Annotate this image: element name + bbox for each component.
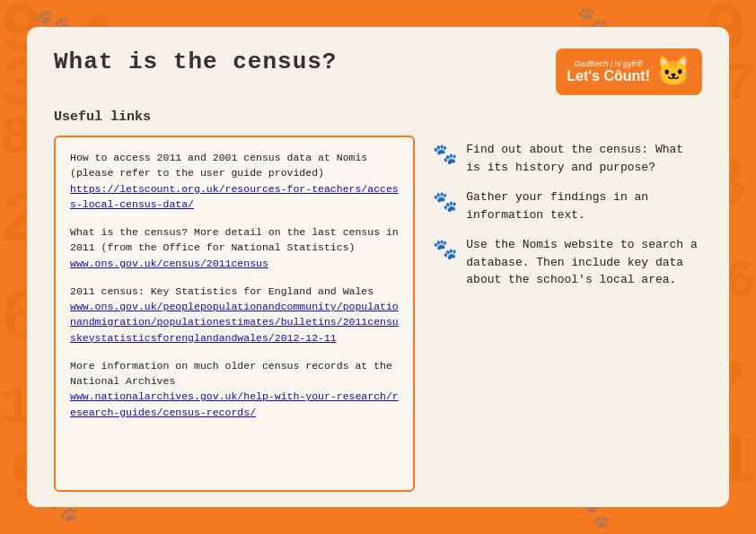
- link-entry-3: 2011 census: Key Statistics for England …: [70, 284, 399, 346]
- link-entry-4-url[interactable]: www.nationalarchives.gov.uk/help-with-yo…: [70, 390, 399, 417]
- main-card: What is the census? Gadēwch i ni gyfrif!…: [27, 27, 729, 507]
- logo-badge: Gadēwch i ni gyfrif! Let's Côunt! 🐱: [556, 48, 702, 95]
- link-entry-3-text: 2011 census: Key Statistics for England …: [70, 285, 374, 297]
- title-area: What is the census?: [54, 48, 337, 75]
- link-entry-2: What is the census? More detail on the l…: [70, 224, 399, 271]
- right-item-2-text: Gather your findings in an information t…: [466, 188, 702, 223]
- header: What is the census? Gadēwch i ni gyfrif!…: [54, 48, 702, 95]
- section-title: Useful links: [54, 109, 702, 125]
- link-entry-3-url[interactable]: www.ons.gov.uk/peoplepopulationandcommun…: [70, 301, 399, 344]
- page-title: What is the census?: [54, 48, 337, 75]
- link-entry-1-url[interactable]: https://letscount.org.uk/resources-for-t…: [70, 183, 399, 210]
- right-item-3: 🐾 Use the Nomis website to search a data…: [433, 236, 702, 289]
- link-entry-4: More information on much older census re…: [70, 358, 399, 420]
- logo-top-text: Gadēwch i ni gyfrif!: [567, 59, 650, 68]
- useful-links-box: How to access 2011 and 2001 census data …: [54, 136, 415, 492]
- right-item-3-text: Use the Nomis website to search a databa…: [466, 236, 702, 289]
- right-item-1: 🐾 Find out about the census: What is its…: [433, 141, 702, 176]
- content-area: How to access 2011 and 2001 census data …: [54, 136, 702, 492]
- link-entry-2-text: What is the census? More detail on the l…: [70, 226, 399, 253]
- link-entry-1-text: How to access 2011 and 2001 census data …: [70, 152, 367, 179]
- link-entry-1: How to access 2011 and 2001 census data …: [70, 150, 399, 212]
- paw-icon-3: 🐾: [433, 238, 457, 262]
- link-entry-4-text: More information on much older census re…: [70, 360, 392, 387]
- paw-icon-1: 🐾: [433, 143, 457, 167]
- logo-cat-icon: 🐱: [655, 54, 691, 90]
- right-item-1-text: Find out about the census: What is its h…: [466, 141, 702, 176]
- link-entry-2-url[interactable]: www.ons.gov.uk/census/2011census: [70, 258, 268, 269]
- logo-bottom-text: Let's Côunt!: [567, 68, 650, 84]
- right-item-2: 🐾 Gather your findings in an information…: [433, 188, 702, 223]
- right-panel: 🐾 Find out about the census: What is its…: [433, 136, 702, 492]
- paw-icon-2: 🐾: [433, 190, 457, 214]
